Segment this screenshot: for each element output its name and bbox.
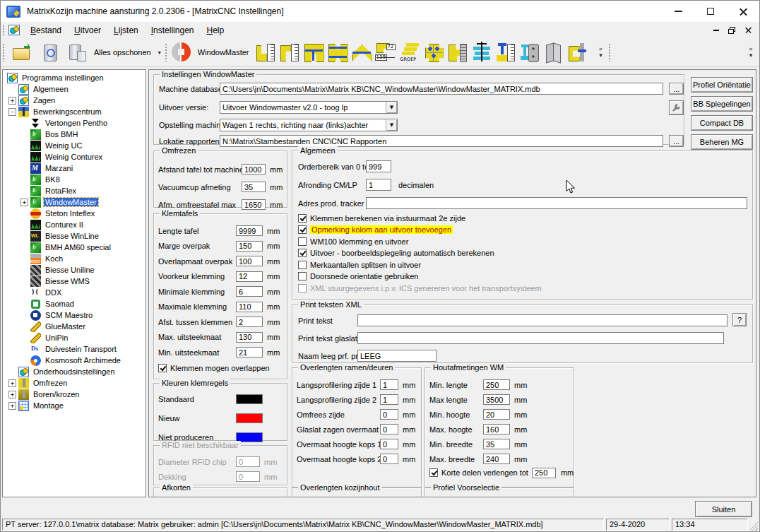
- tree-item-gluemaster[interactable]: GlueMaster: [3, 321, 146, 332]
- print-tekst-glaslat-input[interactable]: [357, 332, 724, 344]
- menu-item-instellingen[interactable]: Instellingen: [145, 23, 201, 37]
- input-overmaat-hoogte-kops-1[interactable]: [380, 439, 398, 449]
- opstelling-machine-combobox[interactable]: Wagen 1 rechts, richting naar (links)ach…: [220, 119, 398, 131]
- menu-item-uitvoer[interactable]: Uitvoer: [68, 23, 107, 37]
- drill-ruler-icon[interactable]: [495, 42, 516, 63]
- tree-item-programma-instellingen[interactable]: Programma instellingen: [3, 72, 146, 83]
- checkbox-klemmen-berekenen-via-instuurmaat-2e-zijde[interactable]: Klemmen berekenen via instuurmaat 2e zij…: [298, 213, 748, 223]
- tree-item-windowmaster[interactable]: +WindowMaster: [3, 196, 146, 208]
- close-dialog-button[interactable]: Sluiten: [695, 501, 752, 517]
- input-langsprofilering-zijde-1[interactable]: [380, 379, 398, 390]
- checkbox-doorsnede-orientatie-gebruiken[interactable]: Doorsnede orientatie gebruiken: [298, 272, 748, 281]
- uitvoer-versie-combobox[interactable]: Uitvoer Windowmaster v2.0 - toog lp: [220, 101, 398, 114]
- checkbox-opmerking-kolom-aan-uitvoer-toevoegen[interactable]: Opmerking kolom aan uitvoer toevoegen: [298, 225, 748, 235]
- color-swatch-standaard[interactable]: [236, 394, 263, 404]
- input-min-lengte[interactable]: [483, 379, 510, 390]
- clamp-stack-icon[interactable]: [471, 42, 492, 63]
- lokatie-rapporten-input[interactable]: [220, 135, 663, 147]
- input-afstand-tafel-tot-machine[interactable]: [242, 164, 266, 175]
- tree-item-bewerkingscentrum[interactable]: -Bewerkingscentrum: [3, 106, 146, 117]
- input-afst-tussen-klemmen[interactable]: [236, 317, 263, 327]
- expand-plus-icon[interactable]: +: [8, 97, 16, 105]
- browse-machine-database-button[interactable]: ...: [669, 83, 684, 95]
- windowmaster-logo-icon[interactable]: [171, 42, 192, 63]
- tree-item-weinig-uc[interactable]: Weinig UC: [3, 140, 146, 151]
- recycle-bin-button[interactable]: [36, 41, 63, 64]
- input-max-hoogte[interactable]: [483, 424, 510, 435]
- button-beheren-mg[interactable]: Beheren MG: [691, 134, 753, 150]
- checkbox-checked-icon[interactable]: [429, 468, 438, 477]
- menu-item-bestand[interactable]: Bestand: [24, 23, 68, 37]
- adres-tracker-input[interactable]: [366, 197, 747, 209]
- groep-icon[interactable]: GROEP: [399, 42, 420, 63]
- tree-item-biesse-uniline[interactable]: Biesse Uniline: [3, 264, 146, 276]
- input-vacuumcup-afmeting[interactable]: [242, 182, 266, 192]
- tree-item-steton-inteflex[interactable]: Steton Inteflex: [3, 208, 146, 219]
- expand-plus-icon[interactable]: +: [8, 379, 16, 387]
- checkbox-unchecked-icon[interactable]: [298, 237, 307, 246]
- input-overlapmaat-overpak[interactable]: [236, 256, 263, 266]
- button-profiel-ori-ntatie[interactable]: Profiel Oriëntatie: [691, 77, 753, 93]
- afronding-input[interactable]: [366, 179, 391, 191]
- tree-item-rotaflex[interactable]: RotaFlex: [3, 185, 146, 196]
- input-minimale-klemming[interactable]: [236, 286, 263, 297]
- tree-item-algemeen[interactable]: Algemeen: [3, 83, 146, 95]
- input-omfrees-zijde[interactable]: [380, 409, 398, 420]
- tree-item-bk8[interactable]: BK8: [3, 174, 146, 185]
- button-compact-db[interactable]: Compact DB: [691, 115, 753, 131]
- input-glaslat-zagen-overmaat[interactable]: [380, 424, 398, 435]
- toolbar-gripper-2[interactable]: [165, 43, 168, 61]
- tree-item-saomad[interactable]: Saomad: [3, 298, 146, 309]
- drill-plate-icon[interactable]: [519, 42, 540, 63]
- measure-icon[interactable]: 72139: [375, 42, 396, 63]
- mdi-minimize-icon[interactable]: [713, 30, 719, 31]
- arrow-profile-icon[interactable]: [351, 42, 372, 63]
- mdi-document-icon[interactable]: [8, 25, 20, 35]
- input-overmaat-hoogte-kops-2[interactable]: [380, 454, 398, 464]
- toolbar-overflow-button-2[interactable]: » ▾: [745, 46, 756, 59]
- turner-icon[interactable]: [567, 42, 588, 63]
- input-min-hoogte[interactable]: [483, 409, 510, 420]
- profile-l-ruler-icon[interactable]: [255, 42, 276, 63]
- input-min-uitsteekmaat[interactable]: [236, 347, 263, 357]
- naam-leeg-input[interactable]: [357, 350, 437, 362]
- input-max-lengte[interactable]: [483, 394, 510, 405]
- tree-item-vertongen-pentho[interactable]: Vertongen Pentho: [3, 117, 146, 129]
- clamp-double-icon[interactable]: [327, 42, 348, 63]
- checkbox-unchecked-icon[interactable]: [298, 284, 307, 292]
- resize-grip[interactable]: [750, 519, 758, 531]
- input-lengte-tafel[interactable]: [236, 225, 263, 236]
- mdi-close-icon[interactable]: [745, 27, 752, 33]
- checkbox-uitvoer-boorbeeldspiegeling-automatisch-berekenen[interactable]: Uitvoer - boorbeeldspiegeling automatisc…: [298, 249, 748, 258]
- tree-item-unipin[interactable]: UniPin: [3, 332, 146, 343]
- tree-item-scm-maestro[interactable]: SCM Maestro: [3, 309, 146, 321]
- input-langsprofilering-zijde-2[interactable]: [380, 394, 398, 405]
- checkbox-checked-icon[interactable]: [298, 214, 307, 223]
- tree-item-montage[interactable]: +Montage: [3, 400, 146, 411]
- help-button[interactable]: ?: [732, 313, 747, 326]
- cleanup-button[interactable]: Alles opschonen▾: [64, 41, 162, 64]
- minimize-button[interactable]: [662, 1, 694, 22]
- chevron-down-icon[interactable]: [386, 119, 397, 131]
- print-tekst-input[interactable]: [357, 314, 728, 326]
- clamp-frame-icon[interactable]: [303, 42, 324, 63]
- input-marge-overpak[interactable]: [236, 241, 263, 252]
- checkbox-checked-icon[interactable]: [298, 249, 307, 257]
- checkbox-unchecked-icon[interactable]: [298, 261, 307, 269]
- browse-lokatie-button[interactable]: ...: [669, 135, 684, 147]
- checkbox-xml-stuurgegevens-i-p-v-ics-genereren-voor-het-transportsysteem[interactable]: XML stuurgegevens i.p.v. ICS genereren v…: [298, 283, 748, 292]
- expand-plus-icon[interactable]: +: [8, 402, 16, 410]
- profile-flag-ruler-icon[interactable]: [279, 42, 300, 63]
- expand-plus-icon[interactable]: +: [20, 199, 28, 206]
- input-maximale-klemming[interactable]: [236, 302, 263, 312]
- button-bb-spiegelingen[interactable]: BB Spiegelingen: [691, 96, 753, 112]
- maximize-button[interactable]: [694, 1, 727, 22]
- input-min-breedte[interactable]: [483, 439, 510, 449]
- expand-plus-icon[interactable]: +: [8, 391, 16, 398]
- korte-delen-input[interactable]: [532, 468, 556, 478]
- input-afm-omfreestafel-max[interactable]: [242, 199, 266, 210]
- tree-item-ddx[interactable]: DDX: [3, 287, 146, 298]
- tree-item-koch[interactable]: Koch: [3, 253, 146, 264]
- tree-item-zagen[interactable]: +Zagen: [3, 95, 146, 106]
- menubar-gripper[interactable]: [2, 25, 6, 36]
